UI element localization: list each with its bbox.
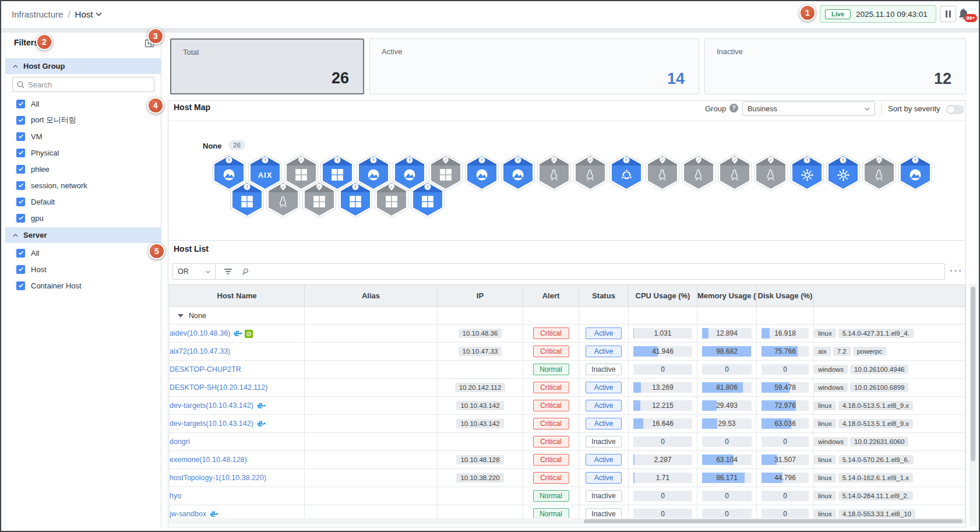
help-icon[interactable]: ? [729,104,738,112]
table-row[interactable]: exemone(10.10.48.128)10.10.48.128Critica… [170,451,965,469]
usage-cell: 1.031 [629,325,697,343]
breadcrumb-infrastructure[interactable]: Infrastructure [12,9,63,19]
section-server[interactable]: Server [5,227,161,243]
rocky-icon [362,166,385,184]
host-link[interactable]: aix72(10.10.47.33) [170,347,230,355]
checkbox-checked[interactable] [16,198,25,206]
group-collapse-caret-icon[interactable] [178,314,184,318]
host-group-item[interactable]: Physical [5,145,161,161]
table-row[interactable]: dev-targets(10.10.43.142)10.10.43.142Cri… [170,415,965,433]
hexagon-host-tux[interactable]: ✓ [266,181,300,218]
column-header-alias[interactable]: Alias [305,285,438,307]
host-link[interactable]: jw-sandbox [170,510,206,518]
vertical-scrollbar-thumb[interactable] [971,287,975,461]
hexagon-host-tux[interactable]: ✓ [646,154,679,191]
inactive-card[interactable]: Inactive 12 [704,38,966,94]
checkbox-checked[interactable] [16,165,25,174]
filter-operator-select[interactable]: OR [173,264,216,279]
checkbox-checked[interactable] [16,181,25,190]
table-row[interactable]: aidev(10.10.48.36)10.10.48.36CriticalAct… [170,325,965,343]
more-options-icon[interactable]: ··· [950,265,963,277]
host-link[interactable]: aidev(10.10.48.36) [170,329,230,337]
filter-icon[interactable] [224,268,232,275]
hexagon-host-ubuntu[interactable]: ! [609,154,643,191]
column-header-host-name[interactable]: Host Name [170,285,305,307]
active-card[interactable]: Active 14 [369,38,699,94]
pin-icon[interactable] [241,267,249,276]
table-row[interactable]: hostTopology-1(10.10.38.220)10.10.38.220… [170,469,965,487]
hexagon-host-centos[interactable]: ! [790,154,824,191]
hexagon-host-tux[interactable]: ✓ [862,154,896,191]
host-link[interactable]: hyo [170,492,181,500]
pause-button[interactable] [940,6,956,22]
table-row[interactable]: dongriCriticalInactive000windows10.0.226… [170,433,965,451]
column-header-cpu-usage-[interactable]: CPU Usage (%) [629,285,697,307]
hexagon-host-windows[interactable]: ✓ [375,181,408,218]
host-group-item[interactable]: phlee [5,161,161,177]
hexagon-host-rocky[interactable]: ! [898,154,932,191]
hexagon-host-tux[interactable]: ✓ [537,154,571,191]
host-group-item[interactable]: Default [5,193,161,210]
checkbox-checked[interactable] [16,100,25,108]
sort-by-severity-toggle[interactable] [946,105,964,114]
table-row[interactable]: dev-targets(10.10.43.142)10.10.43.142Cri… [170,397,965,415]
tux-icon [542,166,566,184]
host-group-item[interactable]: All [5,96,161,112]
table-row[interactable]: hyoNormalInactive000linux5.14.0-284.11.1… [170,487,965,505]
host-group-item[interactable]: port 모니터링 [5,112,161,128]
checkbox-checked[interactable] [16,214,25,223]
checkbox-checked[interactable] [16,249,25,258]
column-header-ip[interactable]: IP [438,285,523,307]
column-header-alert[interactable]: Alert [523,285,579,307]
checkbox-checked[interactable] [16,281,25,290]
breadcrumb-host-dropdown[interactable]: Host [75,9,103,19]
group-select[interactable]: Business [742,101,875,116]
checkbox-checked[interactable] [16,149,25,157]
hexagon-host-tux[interactable]: ✓ [718,154,752,191]
host-link[interactable]: dev-targets(10.10.43.142) [170,401,253,410]
checkbox-checked[interactable] [16,116,25,125]
usage-cell: 0 [697,505,757,523]
table-group-row[interactable]: None [170,307,965,325]
host-group-item[interactable]: session, network [5,177,161,193]
column-header-status[interactable]: Status [579,285,629,307]
hexagon-host-rocky[interactable]: ! [465,154,499,191]
host-link[interactable]: dongri [170,438,190,446]
information-cell: windows10.0.22631.6060 [814,433,965,451]
hexagon-host-windows[interactable]: ! [339,181,372,218]
hexagon-host-tux[interactable]: ✓ [573,154,607,191]
server-item[interactable]: All [5,245,161,261]
host-link[interactable]: dev-targets(10.10.43.142) [170,420,253,428]
hexagon-host-centos[interactable]: ! [826,154,860,191]
host-link[interactable]: exemone(10.10.48.128) [170,456,247,464]
host-group-item[interactable]: VM [5,128,161,145]
server-item[interactable]: Host [5,261,161,277]
hexagon-host-windows[interactable]: ! [411,181,445,218]
host-group-search[interactable] [12,77,154,92]
hexagon-host-rocky[interactable]: ! [501,154,535,191]
horizontal-scrollbar[interactable] [169,518,965,524]
checkbox-checked[interactable] [16,132,25,141]
table-row[interactable]: DESKTOP-CHUP2TRNormalInactive000windows1… [170,361,965,379]
hexagon-host-tux[interactable]: ✓ [682,154,715,191]
table-row[interactable]: aix72(10.10.47.33)10.10.47.33CriticalAct… [170,343,965,361]
table-row[interactable]: DESKTOP-SH(10.20.142.112)10.20.142.112Cr… [170,379,965,397]
hexagon-host-windows[interactable]: ! [230,181,264,218]
hexagon-host-tux[interactable]: ✓ [754,154,788,191]
host-link[interactable]: hostTopology-1(10.10.38.220) [170,474,266,482]
host-link[interactable]: DESKTOP-CHUP2TR [170,365,241,374]
host-link[interactable]: DESKTOP-SH(10.20.142.112) [170,383,267,392]
checkbox-checked[interactable] [16,265,25,274]
hexagon-host-windows[interactable]: ✓ [302,181,336,218]
host-group-item[interactable]: gpu [5,210,161,226]
column-header-disk-usage-[interactable]: Disk Usage (%) [757,285,814,307]
vertical-divider [881,103,882,115]
total-card[interactable]: Total 26 [170,38,364,94]
column-header-information[interactable]: Information [814,285,965,307]
server-item[interactable]: Container Host [5,277,161,294]
vertical-scrollbar[interactable] [970,284,977,526]
column-header-memory-usage-[interactable]: Memory Usage (%) [697,285,757,307]
alert-badge-icon: ! [623,157,630,163]
search-input[interactable] [28,80,139,89]
section-host-group[interactable]: Host Group [5,58,161,74]
